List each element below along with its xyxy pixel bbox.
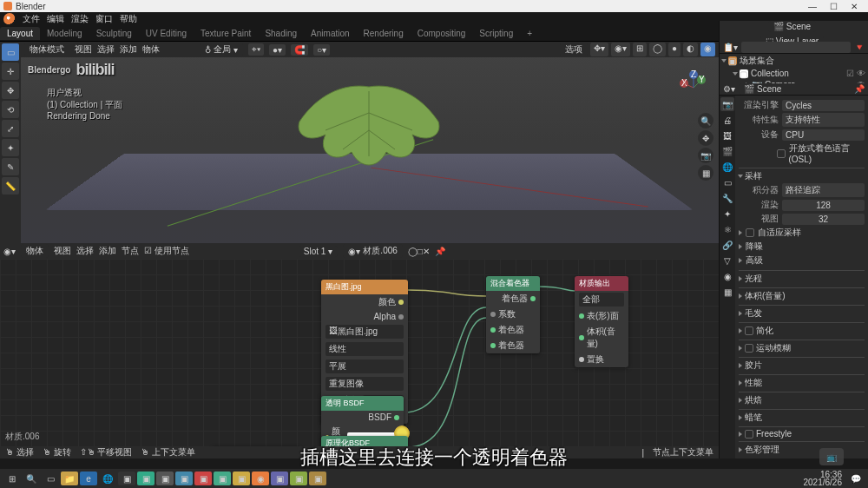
camera-button[interactable]: 📷 [698,148,713,163]
ptab-constraint[interactable]: 🔗 [720,238,734,252]
shading-wire[interactable]: ◯ [649,43,666,56]
ws-sculpting[interactable]: Sculpting [89,27,139,40]
ptab-mesh[interactable]: ▽ [720,254,734,267]
tb-app3[interactable]: ▣ [156,472,174,485]
node-menu-add[interactable]: 添加 [99,245,116,257]
menu-edit[interactable]: 编辑 [47,13,64,25]
menu-window[interactable]: 窗口 [95,13,113,25]
node-menu-view[interactable]: 视图 [54,245,71,257]
device-select[interactable]: CPU [782,129,865,141]
start-button[interactable]: ⊞ [3,472,21,485]
tool-rotate[interactable]: ⟲ [2,101,19,118]
tb-app10[interactable]: ▣ [309,472,326,485]
vp-menu-add[interactable]: 添加 [120,43,137,56]
use-nodes-toggle[interactable]: ☑ 使用节点 [144,245,189,257]
menu-file[interactable]: 文件 [23,13,40,25]
ws-animation[interactable]: Animation [304,27,356,40]
tb-edge[interactable]: e [80,472,97,485]
window-close-button[interactable]: ✕ [844,2,865,11]
shading-solid[interactable]: ● [668,43,681,56]
tool-move[interactable]: ✥ [2,82,19,99]
tool-transform[interactable]: ✦ [2,139,19,156]
tool-select[interactable]: ▭ [2,43,19,61]
tb-app6[interactable]: ▣ [214,472,231,485]
ptab-material[interactable]: ◉ [720,269,734,283]
mode-selector[interactable]: 物体模式 [24,43,69,56]
node-menu-node[interactable]: 节点 [122,245,139,257]
node-material-output[interactable]: 材质输出 全部 表(形)面 体积(音量) 置换 [575,276,628,367]
tb-app9[interactable]: ▣ [290,472,307,485]
overlay-toggle[interactable]: ◉▾ [611,43,630,56]
search-button[interactable]: 🔍 [23,472,40,485]
shading-matprev[interactable]: ◐ [683,43,698,56]
node-menu-select[interactable]: 选择 [76,245,94,257]
tb-chrome[interactable]: 🌐 [99,472,116,485]
ws-shading[interactable]: Shading [258,27,304,40]
proportional-button[interactable]: ○▾ [313,44,330,56]
scene-selector[interactable]: 🎬 Scene [768,21,816,32]
persp-button[interactable]: ▦ [698,165,713,181]
engine-select[interactable]: Cycles [782,100,865,111]
ws-layout[interactable]: Layout [0,27,40,40]
menu-help[interactable]: 帮助 [120,13,137,25]
node-mix-shader[interactable]: 混合着色器 着色器 系数 着色器 着色器 [486,276,540,353]
bilibili-pip-icon[interactable]: 📺 [819,448,844,465]
pin-button[interactable]: 📌 [435,247,445,256]
ws-texpaint[interactable]: Texture Paint [194,27,258,40]
tool-cursor[interactable]: ✛ [2,63,19,80]
osl-check[interactable] [777,149,785,158]
tool-annotate[interactable]: ✎ [2,158,19,175]
system-clock[interactable]: 16:362021/6/26 [804,471,846,486]
tb-app8[interactable]: ▣ [271,472,288,485]
ws-uv[interactable]: UV Editing [139,27,194,40]
editor-type[interactable]: ◉▾ [3,247,16,256]
zoom-button[interactable]: 🔍 [698,113,713,129]
render-samples[interactable]: 128 [782,200,865,211]
vp-menu-select[interactable]: 选择 [97,43,115,56]
nav-gizmo[interactable]: YXZ [675,69,712,106]
ws-compositing[interactable]: Compositing [411,27,473,40]
ptab-object[interactable]: ▭ [720,175,734,189]
ptab-texture[interactable]: ▦ [720,285,734,299]
ptab-world[interactable]: 🌐 [720,160,734,174]
ws-add[interactable]: + [520,27,539,40]
tb-app2[interactable]: ▣ [137,472,155,485]
tool-measure[interactable]: 📏 [2,177,19,195]
3d-viewport[interactable]: 物体模式 视图 选择 添加 物体 ♁ 全局 ▾ ⌖▾ ●▾ 🧲 ○▾ 选项 ✥▾… [21,42,719,243]
outliner[interactable]: ▣场景集合 ▢Collection☑ 👁 📷Camera▰👁 💡Light◉👁 … [720,54,868,83]
snap-button[interactable]: ⌖▾ [248,43,264,56]
material-selector[interactable]: ◉▾ 材质.006 [343,244,402,258]
pin-icon[interactable]: 📌 [854,84,865,94]
tb-explorer[interactable]: 📁 [61,472,78,485]
taskview-button[interactable]: ▭ [42,472,59,485]
node-canvas[interactable]: 黑白图.jpg 颜色 Alpha 🖼 黑白图.jpg 线性 平展 重复图像 色彩… [0,259,719,446]
properties-type-icon[interactable]: ⚙▾ [723,84,735,94]
node-mode[interactable]: 物体 [21,244,49,258]
outliner-filter-icon[interactable]: 🔻 [854,43,865,52]
gizmo-toggle[interactable]: ✥▾ [590,43,608,56]
datablock[interactable]: 🎬 Scene [739,83,786,95]
orientation-selector[interactable]: ♁ 全局 ▾ [200,43,243,56]
notification-button[interactable]: 💬 [847,472,865,485]
pivot-button[interactable]: ●▾ [269,44,286,56]
tb-blender[interactable]: ◉ [252,472,269,485]
vp-menu-view[interactable]: 视图 [75,43,92,56]
tb-app5[interactable]: ▣ [194,472,212,485]
tb-app1[interactable]: ▣ [118,472,135,485]
xray-toggle[interactable]: ⊞ [633,43,647,56]
pan-button[interactable]: ✥ [698,130,713,146]
tb-app4[interactable]: ▣ [175,472,193,485]
mat-user-button[interactable]: ◯□✕ [408,247,430,256]
options-dropdown[interactable]: 选项 [560,43,588,56]
ptab-viewlayer[interactable]: 🖼 [720,129,734,142]
tb-app7[interactable]: ▣ [233,472,250,485]
outliner-search[interactable] [741,42,851,53]
ws-scripting[interactable]: Scripting [472,27,520,40]
ptab-scene[interactable]: 🎬 [720,144,734,158]
viewport-samples[interactable]: 32 [782,214,865,225]
ptab-output[interactable]: 🖨 [720,113,734,127]
ws-modeling[interactable]: Modeling [40,27,89,40]
ptab-render[interactable]: 📷 [720,97,734,111]
magnet-button[interactable]: 🧲 [291,44,308,56]
ptab-modifier[interactable]: 🔧 [720,191,734,205]
